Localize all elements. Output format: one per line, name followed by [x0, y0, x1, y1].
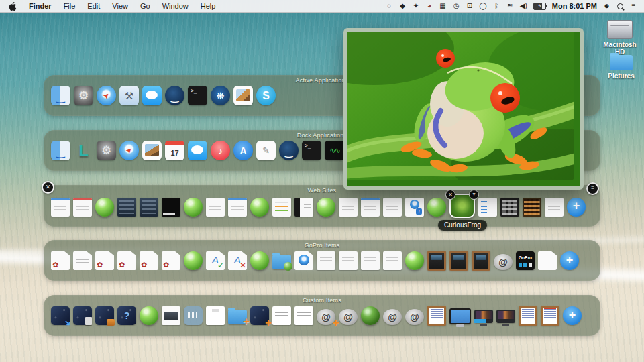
safaridoc-icon[interactable]: [405, 198, 424, 217]
plus-icon[interactable]: [567, 198, 586, 217]
battery-icon[interactable]: ϟ: [533, 3, 546, 10]
preview-icon[interactable]: [233, 86, 253, 105]
chat-bubble-icon[interactable]: ◯: [480, 0, 487, 12]
clipred-icon[interactable]: [541, 306, 559, 326]
pageblue-icon[interactable]: [228, 198, 247, 217]
chatdark-icon[interactable]: [279, 141, 299, 160]
close-shelf-button[interactable]: ✕: [42, 181, 54, 194]
folderorb-icon[interactable]: [272, 255, 291, 269]
sysprefs-icon[interactable]: [74, 86, 93, 105]
orb-icon[interactable]: [95, 198, 114, 217]
pageblue-icon[interactable]: [51, 198, 70, 217]
orb-icon[interactable]: [427, 198, 446, 217]
color-sphere-icon[interactable]: ◕: [426, 0, 433, 12]
pagedark-icon[interactable]: [140, 198, 158, 217]
bluetooth-icon[interactable]: ᛒ: [493, 0, 500, 12]
darkarrow-icon[interactable]: [51, 306, 70, 325]
volume-icon[interactable]: ◀): [520, 0, 527, 12]
user-icon[interactable]: ☻: [603, 0, 610, 12]
calendar-icon[interactable]: [165, 141, 184, 160]
sysprefs-icon[interactable]: [97, 141, 116, 160]
pagewhite-icon[interactable]: [545, 198, 564, 217]
orb-icon[interactable]: [405, 251, 424, 270]
wifi-icon[interactable]: ≋: [506, 0, 514, 12]
docred-icon[interactable]: [95, 251, 114, 270]
branch-icon[interactable]: [211, 86, 230, 105]
shelf-menu-button[interactable]: ≡: [586, 182, 599, 195]
desktop-icon-pictures[interactable]: Pictures: [601, 55, 641, 80]
gridcolor-icon[interactable]: [523, 198, 541, 217]
pagewhite-icon[interactable]: [339, 198, 358, 217]
desktop-icon-macintosh-hd[interactable]: Macintosh HD: [600, 20, 640, 56]
at-icon[interactable]: [405, 309, 424, 325]
pagewhite-icon[interactable]: [339, 251, 358, 270]
cardtext-icon[interactable]: [272, 306, 291, 325]
terminal-icon[interactable]: [188, 86, 207, 105]
safari-icon[interactable]: [97, 86, 116, 105]
docplain-icon[interactable]: [73, 251, 92, 270]
monitor-icon[interactable]: [449, 308, 471, 324]
plus-icon[interactable]: [563, 306, 582, 325]
xcode-icon[interactable]: [119, 86, 139, 105]
orbdark-icon[interactable]: [361, 306, 380, 325]
launchl-icon[interactable]: [74, 141, 93, 160]
pagelines-icon[interactable]: [478, 198, 497, 217]
wood-icon[interactable]: [427, 251, 446, 271]
docred-icon[interactable]: [162, 251, 180, 270]
docred-icon[interactable]: [117, 251, 136, 270]
shotdoc-icon[interactable]: [162, 306, 180, 325]
sync-check-icon[interactable]: ◷: [453, 0, 460, 12]
notification-list-icon[interactable]: ≡: [630, 0, 637, 12]
menu-window[interactable]: Window: [162, 2, 189, 10]
orb-icon[interactable]: [184, 251, 203, 270]
messages-icon[interactable]: [142, 86, 162, 105]
itunes-icon[interactable]: [211, 141, 230, 160]
clipboard-icon[interactable]: [427, 306, 446, 326]
appstore-icon[interactable]: [233, 141, 253, 160]
atplus-icon[interactable]: [317, 309, 335, 325]
pagebw-icon[interactable]: [294, 198, 313, 217]
pagewhite-icon[interactable]: [206, 198, 225, 217]
pageblank-icon[interactable]: [538, 251, 557, 270]
docx-icon[interactable]: [228, 251, 247, 270]
orb-icon[interactable]: [317, 198, 335, 217]
orb-icon[interactable]: [140, 306, 158, 325]
dark-app-icon[interactable]: ▦: [439, 0, 447, 12]
app-ring-icon[interactable]: ◌: [386, 0, 393, 12]
menu-finder[interactable]: Finder: [29, 2, 52, 10]
darkbox-icon[interactable]: [95, 306, 114, 325]
at-icon[interactable]: [383, 309, 402, 325]
doccheck-icon[interactable]: [206, 251, 225, 270]
photos-icon[interactable]: [142, 141, 162, 160]
pagered-icon[interactable]: [73, 198, 92, 217]
folderplus-icon[interactable]: [228, 310, 247, 324]
window-manager-icon[interactable]: ✦: [413, 0, 420, 12]
wood-icon[interactable]: [449, 251, 468, 271]
menu-go[interactable]: Go: [140, 2, 150, 10]
dropbox-icon[interactable]: ◆: [399, 0, 407, 12]
griddark-icon[interactable]: [500, 198, 519, 217]
pagedark-icon[interactable]: [117, 198, 136, 217]
menu-edit[interactable]: Edit: [87, 2, 100, 10]
pagewhite-icon[interactable]: [383, 251, 402, 270]
at-icon[interactable]: [339, 309, 358, 325]
airplay-display-icon[interactable]: ⊡: [466, 0, 474, 12]
compassdoc-icon[interactable]: [294, 251, 313, 270]
orb-icon[interactable]: [250, 198, 269, 217]
cardsmall-icon[interactable]: [294, 306, 313, 325]
chatdark-icon[interactable]: [165, 86, 184, 105]
imacbadge-icon[interactable]: [474, 310, 493, 323]
darkq-icon[interactable]: [117, 306, 136, 325]
imac-icon[interactable]: [496, 310, 515, 323]
pagewhite-icon[interactable]: [383, 198, 402, 217]
finder-icon[interactable]: [51, 141, 70, 160]
darkplus-icon[interactable]: [250, 306, 269, 325]
orb-icon[interactable]: [184, 198, 203, 217]
menu-help[interactable]: Help: [201, 2, 216, 10]
preview-window[interactable]: [343, 28, 584, 190]
clipboard-icon[interactable]: [519, 306, 537, 326]
terminal-icon[interactable]: [302, 141, 321, 160]
docred-icon[interactable]: [51, 251, 70, 270]
spotlight-icon[interactable]: [616, 2, 624, 10]
skype-icon[interactable]: [256, 86, 276, 105]
